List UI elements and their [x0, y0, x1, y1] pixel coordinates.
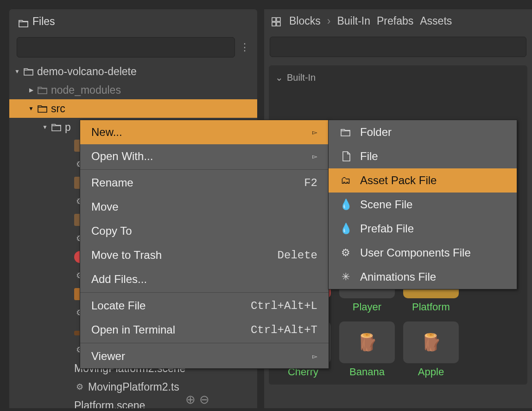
ctx-open-with[interactable]: Open With... ▻: [80, 144, 329, 168]
prefab-item-apple[interactable]: 🪵 Apple: [403, 321, 459, 378]
ctx-label: New...: [91, 126, 122, 139]
folder-icon: [37, 85, 48, 95]
zoom-out-button[interactable]: ⊖: [199, 392, 209, 407]
ctx-rename[interactable]: Rename F2: [80, 171, 329, 195]
section-header[interactable]: ⌄ Built-In: [275, 72, 521, 83]
ctx-label: File: [360, 150, 378, 163]
blocks-search-input[interactable]: [270, 37, 526, 57]
zoom-in-button[interactable]: ⊕: [185, 392, 196, 407]
breadcrumb-builtin[interactable]: Built-In: [337, 15, 370, 27]
ctx-label: Move: [91, 200, 119, 213]
ctx-label: Copy To: [91, 225, 132, 238]
files-search-input[interactable]: [17, 37, 235, 58]
ctx-label: Scene File: [360, 198, 412, 211]
chevron-down-icon: ▼: [42, 124, 48, 130]
ctx-label: Move to Trash: [91, 249, 162, 262]
ctx-label: Open With...: [91, 150, 153, 163]
ctx-new-animations[interactable]: ✳ Animations File: [329, 265, 517, 289]
prefab-label: Banana: [339, 366, 395, 378]
files-tab-label: Files: [32, 15, 55, 28]
file-icon: [340, 150, 352, 162]
ctx-label: Viewer: [91, 350, 125, 363]
files-tab[interactable]: Files: [9, 9, 64, 32]
submenu-arrow-icon: ▻: [312, 153, 317, 160]
tree-file-movingplatform2-ts[interactable]: ⚙ MovingPlatform2.ts: [9, 378, 257, 396]
submenu-arrow-icon: ▻: [312, 128, 317, 136]
section-title: Built-In: [287, 72, 316, 83]
tree-src[interactable]: ▼ src: [9, 99, 257, 118]
folder-icon: [23, 67, 34, 76]
chevron-down-icon: ▼: [14, 68, 20, 75]
tree-node-modules[interactable]: ▶ node_modules: [9, 81, 257, 99]
tree-root-label: demo-volcano-delete: [37, 65, 257, 78]
ctx-shortcut: F2: [304, 177, 317, 189]
ctx-move[interactable]: Move: [80, 195, 329, 219]
folder-icon: [51, 122, 62, 132]
chevron-down-icon: ⌄: [275, 72, 283, 83]
reel-icon: ✳: [340, 271, 352, 283]
ctx-label: Add Files...: [91, 273, 147, 286]
ctx-viewer[interactable]: Viewer ▻: [80, 344, 329, 368]
breadcrumb-assets[interactable]: Assets: [420, 15, 452, 27]
chevron-right-icon: ›: [327, 15, 331, 27]
tree-label: src: [51, 103, 257, 115]
blocks-icon: [272, 17, 283, 26]
ctx-label: Asset Pack File: [360, 174, 437, 187]
ctx-new-assetpack[interactable]: 🗂 Asset Pack File: [329, 168, 517, 193]
context-submenu-new: Folder File 🗂 Asset Pack File 💧 Scene Fi…: [328, 120, 517, 289]
ctx-label: Folder: [360, 126, 392, 139]
submenu-arrow-icon: ▻: [312, 353, 317, 360]
ctx-new-prefab[interactable]: 💧 Prefab File: [329, 217, 517, 241]
ctx-copy-to[interactable]: Copy To: [80, 219, 329, 243]
blocks-breadcrumb: Blocks › Built-In Prefabs Assets: [264, 9, 532, 33]
ctx-separator: [80, 343, 329, 343]
breadcrumb-blocks[interactable]: Blocks: [289, 15, 321, 27]
ctx-label: User Components File: [360, 246, 471, 259]
folder-icon: [340, 126, 352, 138]
ctx-separator: [80, 292, 329, 293]
ctx-move-to-trash[interactable]: Move to Trash Delete: [80, 243, 329, 267]
ctx-shortcut: Ctrl+Alt+T: [251, 324, 317, 336]
breadcrumb-prefabs[interactable]: Prefabs: [377, 15, 413, 27]
prefab-thumb-icon: 🪵: [357, 333, 378, 352]
ctx-separator: [80, 169, 329, 170]
tree-root[interactable]: ▼ demo-volcano-delete: [9, 62, 257, 81]
ctx-new-folder[interactable]: Folder: [329, 120, 517, 144]
ctx-new[interactable]: New... ▻: [80, 120, 329, 144]
tree-label: node_modules: [51, 84, 257, 96]
ctx-locate-file[interactable]: Locate File Ctrl+Alt+L: [80, 294, 329, 318]
assetpack-icon: 🗂: [340, 174, 352, 186]
ctx-new-file[interactable]: File: [329, 144, 517, 168]
ctx-new-usercomponents[interactable]: ⚙ User Components File: [329, 241, 517, 265]
scene-icon: 💧: [340, 199, 352, 211]
ctx-label: Locate File: [91, 299, 146, 312]
folder-icon: [19, 18, 29, 26]
ctx-shortcut: Ctrl+Alt+L: [251, 300, 317, 312]
ctx-label: Rename: [91, 176, 133, 189]
prefab-label: Player: [339, 301, 395, 313]
ctx-label: Open in Terminal: [91, 323, 175, 336]
context-menu: New... ▻ Open With... ▻ Rename F2 Move C…: [80, 120, 329, 369]
files-more-button[interactable]: ⋮: [240, 41, 250, 53]
folder-icon: [37, 104, 48, 113]
chevron-right-icon: ▶: [28, 87, 34, 93]
ts-icon: ⚙: [74, 381, 85, 392]
prefab-label: Platform: [403, 301, 459, 313]
gear-icon: ⚙: [340, 247, 352, 259]
prefab-thumb-icon: 🪵: [421, 333, 442, 352]
prefab-icon: 💧: [340, 223, 352, 235]
ctx-label: Prefab File: [360, 222, 414, 235]
prefab-label: Apple: [403, 366, 459, 378]
chevron-down-icon: ▼: [28, 105, 34, 112]
ctx-open-terminal[interactable]: Open in Terminal Ctrl+Alt+T: [80, 318, 329, 342]
ctx-add-files[interactable]: Add Files...: [80, 267, 329, 291]
prefab-item-banana[interactable]: 🪵 Banana: [339, 321, 395, 378]
ctx-label: Animations File: [360, 270, 436, 283]
ctx-shortcut: Delete: [278, 249, 317, 262]
ctx-new-scene[interactable]: 💧 Scene File: [329, 193, 517, 217]
tree-file-platform-scene[interactable]: Platform.scene: [9, 396, 257, 408]
